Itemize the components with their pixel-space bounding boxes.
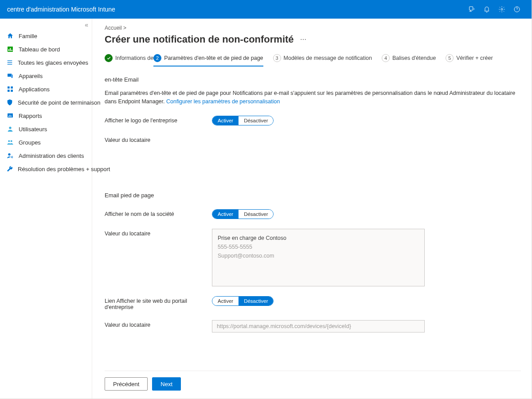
section-header-email: en-tête Email — [105, 76, 521, 83]
sidebar-item-label: Applications — [19, 86, 50, 93]
tenant-value-label-2: Valeur du locataire — [105, 229, 207, 237]
user-icon — [6, 125, 14, 133]
svg-point-24 — [12, 156, 13, 158]
sidebar-item-dashboard[interactable]: Tableau de bord — [0, 43, 92, 56]
step-number-icon: 3 — [273, 54, 281, 62]
step-number-icon: 2 — [153, 54, 161, 62]
tenant-value-line: Support@contoso.com — [218, 251, 419, 260]
app-title: centre d'administration Microsoft Intune — [7, 6, 115, 13]
svg-rect-11 — [11, 74, 13, 78]
sidebar-item-label: Tableau de bord — [19, 46, 60, 53]
dev-tools-icon[interactable] — [464, 0, 479, 19]
step-basic-info[interactable]: Informations de — [105, 54, 153, 66]
sidebar-item-apps[interactable]: Applications — [0, 82, 92, 96]
show-company-name-toggle[interactable]: Activer Désactiver — [212, 209, 274, 219]
tenant-value-line: Prise en charge de Contoso — [218, 234, 419, 243]
apps-icon — [6, 85, 14, 93]
svg-rect-12 — [8, 86, 10, 89]
section-description: Email paramètres d'en-tête et de pied de… — [105, 89, 517, 106]
svg-rect-4 — [8, 49, 9, 51]
step-review-create[interactable]: 5 Vérifier + créer — [446, 54, 493, 66]
top-bar: centre d'administration Microsoft Intune — [0, 0, 532, 19]
svg-point-23 — [8, 153, 10, 156]
next-button[interactable]: Next — [152, 377, 181, 391]
svg-rect-18 — [10, 115, 10, 117]
svg-point-20 — [9, 127, 11, 129]
sidebar-item-endpoint-security[interactable]: Sécurité de point de terminaison — [0, 96, 92, 109]
sidebar-item-label: Utilisateurs — [19, 126, 47, 133]
previous-button[interactable]: Précédent — [105, 377, 148, 391]
toggle-enable-option[interactable]: Activer — [212, 210, 239, 219]
wrench-icon — [6, 165, 13, 173]
toggle-disable-option[interactable]: Désactiver — [239, 297, 273, 305]
sidebar-item-tenant-admin[interactable]: Administration des clients — [0, 149, 92, 162]
section-footer-email: Email pied de page — [105, 192, 521, 199]
shield-icon — [6, 98, 13, 106]
svg-rect-14 — [8, 90, 10, 92]
show-logo-label: Afficher le logo de l'entreprise — [105, 116, 207, 124]
svg-point-21 — [8, 140, 10, 142]
customize-settings-link[interactable]: Configurer les paramètres de personnalis… — [166, 98, 280, 105]
toggle-enable-option[interactable]: Activer — [212, 297, 239, 305]
svg-point-22 — [11, 140, 12, 142]
step-label: Paramètres d'en-tête et de pied de page — [164, 55, 263, 61]
toggle-enable-option[interactable]: Activer — [212, 116, 239, 125]
sidebar-item-label: Administration des clients — [19, 153, 84, 159]
groups-icon — [6, 138, 14, 146]
wizard-stepper: Informations de 2 Paramètres d'en-tête e… — [105, 54, 521, 66]
dashboard-icon — [6, 45, 14, 53]
toggle-disable-option[interactable]: Désactiver — [239, 210, 273, 219]
sidebar-item-label: Toutes les glaces envoyées — [18, 59, 88, 66]
tenant-value-label-3: Valeur du locataire — [105, 320, 207, 328]
sidebar-item-devices[interactable]: Appareils — [0, 69, 92, 82]
svg-point-1 — [501, 8, 503, 10]
step-label: Informations de — [115, 55, 153, 61]
step-message-templates[interactable]: 3 Modèles de message de notification — [273, 54, 372, 66]
sidebar-item-label: Groupes — [19, 139, 41, 146]
sidebar-item-label: Appareils — [19, 73, 43, 79]
step-label: Balises d'étendue — [392, 55, 436, 61]
svg-rect-19 — [11, 115, 11, 117]
portal-link-toggle[interactable]: Activer Désactiver — [212, 296, 274, 306]
svg-rect-5 — [10, 48, 11, 51]
show-company-name-label: Afficher le nom de la société — [105, 209, 207, 217]
sidebar-item-home[interactable]: Famille — [0, 29, 92, 43]
svg-rect-6 — [12, 50, 12, 51]
collapse-sidebar-icon[interactable]: « — [85, 21, 88, 28]
sidebar-item-label: Sécurité de point de terminaison — [18, 99, 100, 106]
svg-rect-17 — [8, 116, 9, 117]
reports-icon — [6, 112, 14, 120]
tenant-value-box: Prise en charge de Contoso 555-555-5555 … — [212, 229, 425, 286]
admin-icon — [6, 152, 14, 160]
more-actions-icon[interactable]: ⋯ — [300, 36, 306, 43]
step-header-footer[interactable]: 2 Paramètres d'en-tête et de pied de pag… — [153, 54, 263, 66]
svg-rect-15 — [11, 90, 13, 92]
list-icon — [6, 59, 13, 66]
sidebar-item-all-services[interactable]: Toutes les glaces envoyées — [0, 56, 92, 69]
step-number-icon: 4 — [382, 54, 390, 62]
tenant-value-label: Valeur du locataire — [105, 135, 207, 143]
sidebar-item-troubleshoot[interactable]: Résolution des problèmes + support — [0, 162, 92, 176]
main-content: Accueil > Créer une notification de non-… — [92, 19, 532, 399]
page-title: Créer une notification de non-conformité — [105, 34, 294, 45]
sidebar-item-users[interactable]: Utilisateurs — [0, 122, 92, 136]
check-icon — [105, 54, 113, 62]
toggle-disable-option[interactable]: Désactiver — [239, 116, 273, 125]
step-scope-tags[interactable]: 4 Balises d'étendue — [382, 54, 436, 66]
sidebar-item-reports[interactable]: Rapports — [0, 109, 92, 122]
wizard-footer: Précédent Next — [105, 371, 521, 397]
svg-rect-10 — [8, 74, 12, 77]
sidebar-item-label: Famille — [19, 33, 37, 39]
sidebar-item-label: Rapports — [19, 113, 42, 119]
tenant-url-field: https://portal.manage.microsoft.com/devi… — [212, 320, 425, 332]
show-logo-toggle[interactable]: Activer Désactiver — [212, 116, 274, 125]
help-icon[interactable] — [509, 0, 524, 19]
settings-icon[interactable] — [494, 0, 509, 19]
sidebar-item-groups[interactable]: Groupes — [0, 136, 92, 149]
step-label: Modèles de message de notification — [284, 55, 372, 61]
breadcrumb[interactable]: Accueil > — [105, 25, 521, 31]
notifications-icon[interactable] — [479, 0, 494, 19]
sidebar-item-label: Résolution des problèmes + support — [18, 166, 110, 172]
home-icon — [6, 32, 14, 40]
step-number-icon: 5 — [446, 54, 454, 62]
